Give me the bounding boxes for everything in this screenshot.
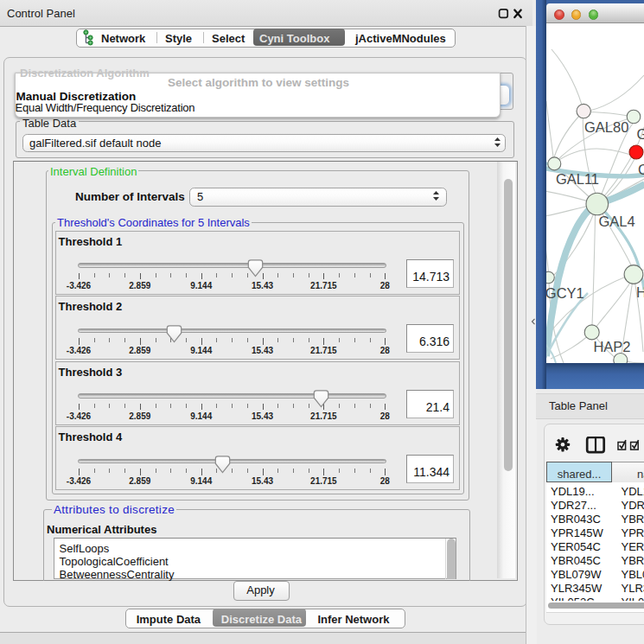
svg-text:GAL80: GAL80 (584, 119, 628, 135)
svg-text:GAL4: GAL4 (599, 214, 635, 229)
svg-text:HI: HI (636, 284, 644, 300)
svg-text:GAL11: GAL11 (556, 171, 599, 187)
svg-text:GA: GA (637, 126, 644, 142)
svg-text:CC: CC (638, 162, 644, 177)
svg-text:HAP2: HAP2 (593, 339, 630, 354)
svg-text:GCY1: GCY1 (546, 285, 584, 301)
